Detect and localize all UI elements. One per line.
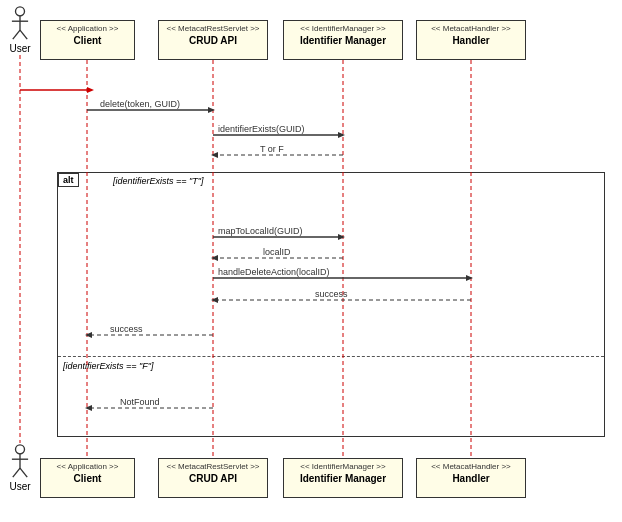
lifeline-crud-name: CRUD API <box>164 34 262 47</box>
alt-condition2: [identifierExists == "F"] <box>63 361 153 371</box>
svg-marker-24 <box>211 152 218 158</box>
lifeline-crud-stereotype: << MetacatRestServlet >> <box>164 24 262 34</box>
lifeline-client-b-stereotype: << Application >> <box>46 462 129 472</box>
svg-line-4 <box>20 30 27 39</box>
svg-line-9 <box>20 468 27 477</box>
lifeline-handler-name: Handler <box>422 34 520 47</box>
lifeline-idmgr: << IdentifierManager >> Identifier Manag… <box>283 20 403 60</box>
svg-line-3 <box>13 30 20 39</box>
lifeline-crud-bottom: << MetacatRestServlet >> CRUD API <box>158 458 268 498</box>
actor-bottom-icon <box>8 443 32 479</box>
svg-point-5 <box>16 445 25 454</box>
svg-text:T or F: T or F <box>260 144 284 154</box>
lifeline-idmgr-bottom: << IdentifierManager >> Identifier Manag… <box>283 458 403 498</box>
alt-condition1: [identifierExists == "T"] <box>113 176 203 186</box>
actor-top: User <box>8 5 32 54</box>
svg-point-0 <box>16 7 25 16</box>
lifeline-handler-bottom: << MetacatHandler >> Handler <box>416 458 526 498</box>
actor-top-label: User <box>9 43 30 54</box>
actor-bottom: User <box>8 443 32 492</box>
lifeline-client-bottom: << Application >> Client <box>40 458 135 498</box>
lifeline-handler-b-stereotype: << MetacatHandler >> <box>422 462 520 472</box>
svg-line-8 <box>13 468 20 477</box>
lifeline-idmgr-name: Identifier Manager <box>289 34 397 47</box>
svg-text:identifierExists(GUID): identifierExists(GUID) <box>218 124 305 134</box>
lifeline-crud: << MetacatRestServlet >> CRUD API <box>158 20 268 60</box>
lifeline-client-b-name: Client <box>46 472 129 485</box>
svg-marker-18 <box>208 107 215 113</box>
lifeline-crud-b-stereotype: << MetacatRestServlet >> <box>164 462 262 472</box>
lifeline-idmgr-b-name: Identifier Manager <box>289 472 397 485</box>
svg-text:delete(token, GUID): delete(token, GUID) <box>100 99 180 109</box>
alt-frame: alt [identifierExists == "T"] [identifie… <box>57 172 605 437</box>
actor-bottom-label: User <box>9 481 30 492</box>
lifeline-handler: << MetacatHandler >> Handler <box>416 20 526 60</box>
actor-top-icon <box>8 5 32 41</box>
svg-marker-16 <box>87 87 94 93</box>
alt-label: alt <box>58 173 79 187</box>
lifeline-idmgr-b-stereotype: << IdentifierManager >> <box>289 462 397 472</box>
lifeline-handler-b-name: Handler <box>422 472 520 485</box>
sequence-diagram: User User << Application >> Client << Me… <box>0 0 622 522</box>
lifeline-idmgr-stereotype: << IdentifierManager >> <box>289 24 397 34</box>
lifeline-client-stereotype: << Application >> <box>46 24 129 34</box>
lifeline-handler-stereotype: << MetacatHandler >> <box>422 24 520 34</box>
lifeline-client-name: Client <box>46 34 129 47</box>
lifeline-crud-b-name: CRUD API <box>164 472 262 485</box>
svg-marker-21 <box>338 132 345 138</box>
lifeline-client: << Application >> Client <box>40 20 135 60</box>
